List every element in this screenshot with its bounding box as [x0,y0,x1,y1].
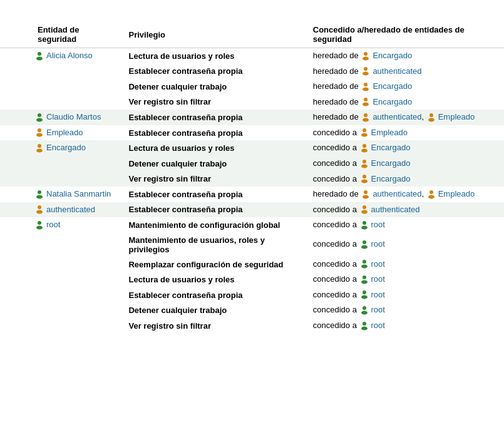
granted-prefix: concedido a [313,174,359,183]
entity-link[interactable]: Alicia Alonso [46,51,93,60]
granted-link-1[interactable]: root [371,239,385,249]
granted-link-1[interactable]: root [371,305,385,314]
granted-prefix: heredado de [313,189,361,198]
svg-point-5 [363,72,369,76]
granted-link-1[interactable]: authenticated [373,189,421,198]
privilege-cell: Ver registro sin filtrar [122,318,306,334]
granted-link-2[interactable]: Empleado [438,112,475,121]
user-orange-icon [359,127,369,137]
entity-cell: Alicia Alonso [0,48,122,64]
granted-link-1[interactable]: Encargado [371,143,411,152]
granted-cell: concedido a root [307,287,504,303]
granted-cell: heredado de Encargado [307,48,504,64]
entity-cell [0,95,122,110]
granted-prefix: concedido a [313,321,359,330]
table-row: Alicia AlonsoLectura de usuarios y roles… [0,48,504,64]
granted-link-1[interactable]: authenticated [373,66,421,76]
entity-cell: Empleado [0,125,122,141]
table-row: rootMantenimiento de configuración globa… [0,217,504,233]
user-green-icon [359,321,369,331]
svg-point-7 [363,87,369,91]
granted-link-1[interactable]: Encargado [373,51,412,60]
svg-point-22 [363,144,366,148]
granted-cell: heredado de authenticated [307,64,504,80]
svg-point-8 [364,98,368,101]
entity-link[interactable]: root [46,220,60,229]
col-entity: Entidad de seguridad [0,21,122,48]
user-orange-icon [361,51,371,61]
granted-separator: , [421,189,426,198]
entity-link[interactable]: Natalia Sanmartin [46,189,111,198]
svg-point-43 [361,245,368,249]
granted-link-1[interactable]: Encargado [371,174,411,183]
granted-cell: concedido a Empleado [307,125,504,141]
granted-link-1[interactable]: root [371,321,385,330]
svg-point-52 [363,322,366,326]
user-green-icon [359,289,369,299]
granted-prefix: concedido a [313,274,359,284]
user-orange-icon [361,66,371,76]
svg-point-36 [363,205,366,209]
granted-link-2[interactable]: Empleado [438,189,475,198]
entity-link[interactable]: Encargado [46,143,86,152]
svg-point-31 [363,195,369,198]
granted-cell: heredado de authenticated, Empleado [307,187,504,202]
granted-cell: concedido a authenticated [307,202,504,218]
granted-link-1[interactable]: authenticated [371,205,420,214]
svg-point-35 [36,210,43,214]
privilege-cell: Detener cualquier trabajo [122,79,306,95]
svg-point-1 [36,56,43,60]
privilege-cell: Establecer contraseña propia [122,64,306,80]
entity-cell: Encargado [0,140,122,156]
granted-link-1[interactable]: root [371,274,385,284]
granted-prefix: heredado de [313,112,361,121]
privilege-cell: Ver registro sin filtrar [122,95,306,110]
privilege-cell: Mantenimiento de configuración global [122,217,306,233]
granted-cell: concedido a root [307,257,504,272]
entity-cell: authenticated [0,202,122,218]
svg-point-41 [361,225,368,229]
granted-cell: concedido a Encargado [307,140,504,156]
entity-cell [0,287,122,303]
table-row: Mantenimiento de usuarios, roles y privi… [0,233,504,257]
svg-point-37 [361,210,368,214]
user-orange-icon [426,189,436,199]
table-row: Establecer contraseña propiaconcedido a … [0,287,504,303]
granted-link-1[interactable]: root [371,259,385,269]
entity-link[interactable]: Empleado [46,128,83,137]
svg-point-30 [364,190,368,194]
granted-link-1[interactable]: Empleado [371,128,408,137]
svg-point-13 [363,118,369,121]
privilege-cell: Detener cualquier trabajo [122,302,306,318]
table-header-row: Entidad de seguridad Privilegio Concedid… [0,21,504,48]
granted-link-1[interactable]: Encargado [373,97,412,106]
table-row: Lectura de usuarios y rolesconcedido a r… [0,272,504,287]
granted-link-1[interactable]: root [371,220,385,229]
privilege-cell: Lectura de usuarios y roles [122,140,306,156]
svg-point-51 [361,311,368,315]
svg-point-25 [361,164,368,168]
granted-link-1[interactable]: root [371,290,385,299]
entity-link[interactable]: authenticated [46,205,95,214]
user-orange-icon [361,189,371,199]
svg-point-11 [36,118,43,121]
user-green-icon [34,220,44,230]
entity-cell [0,79,122,95]
svg-point-48 [363,290,366,294]
granted-prefix: heredado de [313,81,361,91]
table-row: Detener cualquier trabajoheredado de Enc… [0,79,504,95]
granted-link-1[interactable]: Encargado [371,158,411,168]
svg-point-45 [361,265,368,269]
granted-link-1[interactable]: Encargado [373,81,412,91]
privilege-cell: Establecer contraseña propia [122,110,306,125]
granted-prefix: heredado de [313,97,361,106]
granted-link-1[interactable]: authenticated [373,112,421,121]
svg-point-26 [363,175,366,178]
privilege-cell: Ver registro sin filtrar [122,172,306,187]
svg-point-42 [363,240,366,244]
entity-cell [0,257,122,272]
entity-link[interactable]: Claudio Martos [46,112,101,121]
svg-point-15 [428,118,435,121]
granted-cell: heredado de Encargado [307,79,504,95]
user-orange-icon [359,173,369,183]
